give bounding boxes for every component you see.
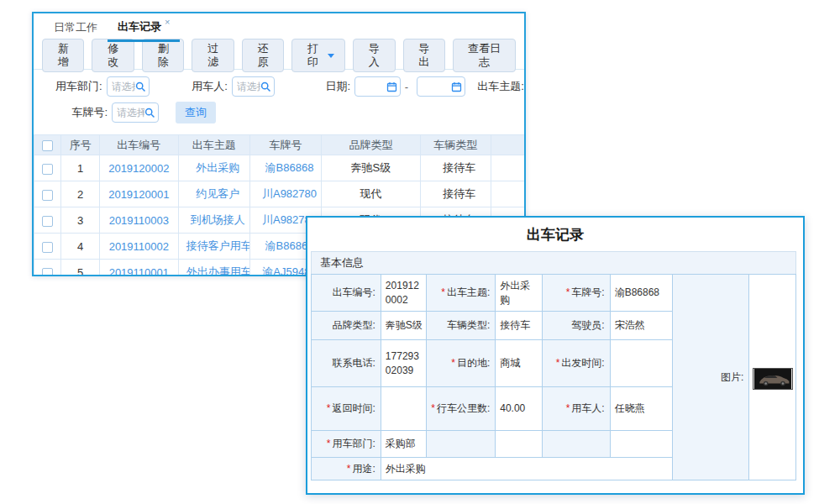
cell-plate-link[interactable]: 渝B86868 (249, 155, 321, 181)
view-log-button[interactable]: 查看日志 (453, 39, 516, 72)
field-label: 车辆类型: (427, 312, 496, 340)
row-checkbox[interactable] (42, 164, 53, 175)
search-icon[interactable] (144, 108, 155, 118)
cell-no: 4 (61, 234, 100, 260)
calendar-icon[interactable] (451, 81, 462, 92)
row-checkbox[interactable] (42, 190, 53, 201)
edit-button[interactable]: 修改 (92, 39, 134, 72)
plate-filter-label: 车牌号: (50, 105, 108, 120)
tab-daily-work[interactable]: 日常工作 (44, 13, 108, 42)
print-label: 打印 (302, 42, 323, 69)
field-value: 17729302039 (381, 340, 427, 387)
header-driver: 驾驶员 (491, 135, 526, 155)
add-button[interactable]: 新增 (42, 39, 84, 72)
cell-plate-link[interactable]: 川A982780 (249, 181, 321, 207)
user-filter-label: 用车人: (188, 79, 228, 94)
cell-subject-link[interactable]: 接待客户用车 (178, 234, 249, 260)
required-asterisk: * (566, 286, 570, 298)
cell-type: 接待车 (420, 155, 491, 181)
cell-subject-link[interactable]: 外出办事用车 (178, 260, 249, 277)
date-to-input[interactable] (417, 76, 465, 97)
field-value: 奔驰S级 (381, 312, 427, 340)
field-label: 品牌类型: (312, 312, 381, 340)
cell-no: 1 (61, 155, 100, 181)
caret-down-icon (328, 54, 334, 58)
field-label (427, 431, 496, 458)
row-checkbox[interactable] (42, 268, 53, 276)
field-label: *目的地: (427, 340, 496, 387)
date-filter-label: 日期: (322, 79, 350, 94)
print-button[interactable]: 打印 (291, 39, 345, 72)
delete-button[interactable]: 删除 (142, 39, 184, 72)
field-label: *用车人: (542, 387, 610, 431)
car-photo-thumbnail[interactable] (753, 368, 793, 390)
required-asterisk: * (431, 402, 435, 414)
cell-subject-link[interactable]: 到机场接人 (178, 207, 249, 234)
detail-form-table: 出车编号: 2019120002 *出车主题: 外出采购 *车牌号: 渝B868… (311, 274, 796, 480)
required-asterisk: * (441, 286, 445, 298)
table-row[interactable]: 2 2019120001 约见客户 川A982780 现代 接待车 阳强 (34, 181, 527, 207)
required-asterisk: * (347, 463, 351, 475)
filter-area: 用车部门: 用车人: 日期: (34, 70, 524, 132)
header-plate: 车牌号 (249, 135, 321, 155)
header-subject: 出车主题 (178, 135, 249, 155)
required-asterisk: * (566, 402, 570, 414)
table-row[interactable]: 1 2019120002 外出采购 渝B86868 奔驰S级 接待车 宋浩然 (34, 155, 527, 181)
cell-code-link[interactable]: 2019110003 (100, 207, 179, 234)
field-value: 外出采购 (381, 458, 673, 480)
cell-code-link[interactable]: 2019110001 (100, 260, 179, 277)
tab-label: 日常工作 (54, 20, 97, 35)
dept-select[interactable] (107, 76, 150, 97)
required-asterisk: * (327, 402, 331, 414)
table-header-row: 序号 出车编号 出车主题 车牌号 品牌类型 车辆类型 驾驶员 (34, 135, 527, 155)
cell-driver-link[interactable]: 阳强 (491, 181, 526, 207)
cell-brand: 现代 (322, 181, 421, 207)
select-all-checkbox[interactable] (42, 140, 53, 151)
field-value: 采购部 (381, 431, 427, 458)
toolbar: 新增 修改 删除 过滤 还原 打印 导入 导出 查看日志 (34, 42, 524, 70)
cell-subject-link[interactable]: 外出采购 (178, 155, 249, 181)
image-field-label: 图片: (673, 275, 749, 480)
required-asterisk: * (327, 438, 331, 449)
detail-title: 出车记录 (307, 218, 803, 250)
cell-no: 2 (61, 181, 100, 207)
date-from-input[interactable] (354, 76, 401, 97)
detail-row: 出车编号: 2019120002 *出车主题: 外出采购 *车牌号: 渝B868… (312, 275, 796, 312)
row-checkbox[interactable] (42, 216, 53, 227)
calendar-icon[interactable] (386, 81, 397, 92)
tab-dispatch-records[interactable]: 出车记录 × (108, 13, 180, 42)
search-icon[interactable] (260, 81, 271, 92)
field-label: 驾驶员: (542, 312, 610, 340)
plate-select[interactable] (112, 102, 159, 123)
dispatch-record-detail-window: 出车记录 基本信息 出车编号: 2019120002 *出车主题: 外出采购 *… (306, 216, 805, 495)
field-label: *用车部门: (312, 431, 381, 458)
row-checkbox[interactable] (42, 242, 53, 253)
query-button[interactable]: 查询 (176, 102, 216, 123)
field-value: 2019120002 (381, 275, 427, 312)
cell-code-link[interactable]: 2019120001 (100, 181, 179, 207)
field-value (610, 431, 673, 458)
cell-driver-link[interactable]: 宋浩然 (491, 155, 526, 181)
cell-subject-link[interactable]: 约见客户 (178, 181, 249, 207)
field-value: 任晓燕 (610, 387, 673, 431)
search-icon[interactable] (135, 81, 146, 92)
import-button[interactable]: 导入 (353, 39, 395, 72)
cell-no: 5 (61, 260, 100, 277)
image-field-value (749, 275, 796, 480)
header-code: 出车编号 (100, 135, 179, 155)
field-label: 联系电话: (312, 340, 381, 387)
cell-code-link[interactable]: 2019120002 (100, 155, 179, 181)
field-label: *车牌号: (542, 275, 610, 312)
cell-code-link[interactable]: 2019110002 (100, 234, 179, 260)
field-value (381, 387, 427, 431)
field-value: 宋浩然 (610, 312, 673, 340)
filter-button[interactable]: 过滤 (192, 39, 234, 72)
export-button[interactable]: 导出 (403, 39, 445, 72)
user-select[interactable] (232, 76, 275, 97)
field-label (542, 431, 610, 458)
field-value: 40.00 (496, 387, 543, 431)
close-icon[interactable]: × (165, 17, 170, 27)
field-label: *出车主题: (427, 275, 496, 312)
header-no: 序号 (61, 135, 100, 155)
restore-button[interactable]: 还原 (242, 39, 284, 72)
